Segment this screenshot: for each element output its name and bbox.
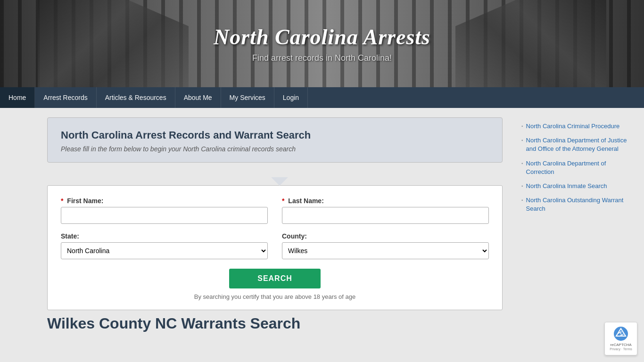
bullet-icon: ◦: [521, 138, 523, 143]
search-form: * First Name: * Last Name: State: Nort: [47, 185, 503, 310]
recaptcha-badge: reCAPTCHA Privacy · Terms: [604, 322, 637, 355]
nav-item-about[interactable]: About Me: [175, 87, 221, 108]
nav-item-arrest-records[interactable]: Arrest Records: [35, 87, 96, 108]
nav-item-services[interactable]: My Services: [221, 87, 274, 108]
search-button[interactable]: SEARCH: [229, 269, 321, 288]
list-item: ◦ North Carolina Department of Justice a…: [521, 136, 635, 153]
first-name-input[interactable]: [61, 207, 268, 224]
recaptcha-links: Privacy · Terms: [610, 347, 632, 351]
site-subtitle: Find arrest records in North Carolina!: [214, 53, 430, 63]
required-star-first: *: [61, 197, 63, 205]
county-group: County: Wilkes: [282, 232, 489, 259]
list-item: ◦ North Carolina Department of Correctio…: [521, 159, 635, 176]
recaptcha-text: reCAPTCHA: [610, 343, 631, 347]
list-item: ◦ North Carolina Criminal Procedure: [521, 122, 635, 131]
county-label: County:: [282, 232, 489, 240]
bullet-icon: ◦: [521, 197, 523, 203]
bullet-icon: ◦: [521, 123, 523, 129]
sidebar: ◦ North Carolina Criminal Procedure ◦ No…: [512, 117, 644, 353]
sidebar-link-warrant-search[interactable]: North Carolina Outstanding Warrant Searc…: [526, 196, 635, 213]
form-card-title: North Carolina Arrest Records and Warran…: [61, 129, 489, 141]
name-fields-row: * First Name: * Last Name:: [61, 197, 489, 224]
bullet-icon: ◦: [521, 183, 523, 189]
sidebar-link-criminal-procedure[interactable]: North Carolina Criminal Procedure: [526, 122, 620, 131]
main-container: North Carolina Arrest Records and Warran…: [0, 108, 644, 362]
content-area: North Carolina Arrest Records and Warran…: [0, 117, 512, 353]
list-item: ◦ North Carolina Outstanding Warrant Sea…: [521, 196, 635, 213]
list-item: ◦ North Carolina Inmate Search: [521, 182, 635, 190]
page-heading: Wilkes County NC Warrants Search: [47, 315, 503, 332]
header: North Carolina Arrests Find arrest recor…: [0, 0, 644, 87]
state-select[interactable]: North Carolina: [61, 242, 268, 259]
nav-item-articles[interactable]: Articles & Resources: [97, 87, 175, 108]
sidebar-link-inmate-search[interactable]: North Carolina Inmate Search: [526, 182, 607, 190]
search-button-wrapper: SEARCH: [61, 269, 489, 288]
form-card-header: North Carolina Arrest Records and Warran…: [47, 117, 503, 163]
county-select[interactable]: Wilkes: [282, 242, 489, 259]
state-group: State: North Carolina: [61, 232, 268, 259]
certification-text: By searching you certify that you are ab…: [61, 293, 489, 300]
site-title: North Carolina Arrests: [214, 25, 430, 49]
first-name-group: * First Name:: [61, 197, 268, 224]
sidebar-links-list: ◦ North Carolina Criminal Procedure ◦ No…: [521, 122, 635, 214]
sidebar-link-doj[interactable]: North Carolina Department of Justice and…: [526, 136, 635, 153]
first-name-label: * First Name:: [61, 197, 268, 205]
sidebar-link-correction[interactable]: North Carolina Department of Correction: [526, 159, 635, 176]
nav-item-home[interactable]: Home: [0, 87, 35, 108]
last-name-group: * Last Name:: [282, 197, 489, 224]
tooltip-arrow: [271, 177, 288, 186]
state-label: State:: [61, 232, 268, 240]
last-name-input[interactable]: [282, 207, 489, 224]
required-star-last: *: [282, 197, 284, 205]
main-nav: Home Arrest Records Articles & Resources…: [0, 87, 644, 108]
location-fields-row: State: North Carolina County: Wilkes: [61, 232, 489, 259]
last-name-label: * Last Name:: [282, 197, 489, 205]
header-content: North Carolina Arrests Find arrest recor…: [214, 25, 430, 63]
form-card-subtitle: Please fill in the form below to begin y…: [61, 145, 489, 153]
nav-item-login[interactable]: Login: [274, 87, 308, 108]
bullet-icon: ◦: [521, 161, 523, 166]
recaptcha-logo-icon: [613, 326, 628, 341]
